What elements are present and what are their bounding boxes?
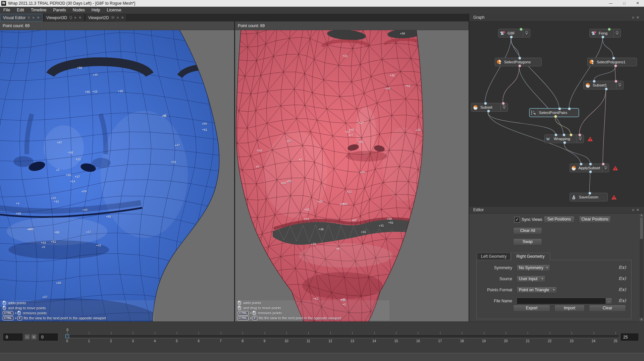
menu-item-help[interactable]: Help xyxy=(88,7,104,13)
menu-item-nodes[interactable]: Nodes xyxy=(69,7,88,13)
graph-close-icon[interactable]: ✕ xyxy=(636,15,641,19)
blue-input-port[interactable] xyxy=(593,80,596,83)
current-frame-input[interactable] xyxy=(39,334,58,341)
tab-close-icon[interactable]: ✕ xyxy=(121,16,124,19)
blue-input-port[interactable] xyxy=(588,192,591,195)
yellow-input-port[interactable] xyxy=(570,133,573,136)
blue-input-port[interactable] xyxy=(558,107,561,110)
editor-scrollbar[interactable]: ▲ ▼ xyxy=(640,214,643,321)
graph-node-savegeom[interactable]: SaveGeom xyxy=(570,193,608,201)
points-format-dropdown[interactable]: Point on Triangle▾ xyxy=(517,287,557,293)
graph-menu-icon[interactable]: ≡ xyxy=(632,15,636,19)
tab-left-geometry[interactable]: Left Geometry xyxy=(477,253,511,260)
green-input-port[interactable] xyxy=(520,28,523,31)
dropdown-value: User Input xyxy=(519,276,537,282)
tick-label: 16 xyxy=(414,339,422,343)
source-dropdown[interactable]: User Input▾ xyxy=(517,276,545,282)
green-input-port[interactable] xyxy=(608,28,611,31)
export-button[interactable]: Export xyxy=(513,305,550,312)
left-viewport-canvas[interactable] xyxy=(0,30,234,321)
scroll-up-icon[interactable]: ▲ xyxy=(640,214,643,217)
playhead-handle[interactable] xyxy=(65,335,69,338)
range-end-input[interactable] xyxy=(621,334,638,341)
set-positions-button[interactable]: Set Positions xyxy=(544,216,575,223)
tab-right-geometry[interactable]: Right Geometry xyxy=(511,253,550,260)
graph-node-selectpolygons[interactable]: SelectPolygons xyxy=(495,58,542,66)
editor-close-icon[interactable]: ✕ xyxy=(636,208,641,212)
frame-decrement-button[interactable]: − xyxy=(24,334,30,340)
blue-input-port[interactable] xyxy=(484,102,487,105)
swap-button[interactable]: Swap xyxy=(513,238,542,245)
blue-output-port[interactable] xyxy=(487,110,490,113)
pink-input-port[interactable] xyxy=(502,102,505,105)
tab-menu-icon[interactable]: ≡ xyxy=(74,16,76,19)
tab-menu-icon[interactable]: ≡ xyxy=(117,16,119,19)
scrollbar-thumb[interactable] xyxy=(640,218,643,239)
tab-menu-icon[interactable]: ≡ xyxy=(33,16,35,19)
pink-output-port[interactable] xyxy=(614,64,617,67)
maximize-button[interactable]: □ xyxy=(618,0,631,7)
dropdown-value: No Symmetry xyxy=(519,265,543,271)
clear-all-button[interactable]: Clear All xyxy=(513,227,542,234)
menu-item-panels[interactable]: Panels xyxy=(50,7,69,13)
tab-viewport2d[interactable]: Viewport2DW≡✕ xyxy=(85,14,127,21)
graph-node-selectpolygons1[interactable]: SelectPolygons1 xyxy=(587,58,637,66)
clear-button[interactable]: Clear xyxy=(589,305,626,312)
right-viewport-canvas[interactable] xyxy=(235,30,469,321)
node-label: Wrapping xyxy=(553,137,577,141)
close-button[interactable]: ✕ xyxy=(631,0,644,7)
tab-viewport3d[interactable]: Viewport3DQ≡✕ xyxy=(43,14,85,21)
graph-node-selectpointpairs[interactable]: SelectPointPairs xyxy=(529,108,579,117)
blue-input-port[interactable] xyxy=(612,57,615,60)
tab-visual-editor[interactable]: Visual EditorE≡✕ xyxy=(0,14,43,21)
browse-button[interactable]: ... xyxy=(605,298,612,304)
lightbulb-icon[interactable] xyxy=(523,29,530,37)
tick-label: 15 xyxy=(392,339,400,343)
range-start-input[interactable] xyxy=(3,334,22,341)
timeline-ruler[interactable] xyxy=(66,335,619,338)
lightbulb-icon[interactable] xyxy=(616,81,623,89)
pink-input-port[interactable] xyxy=(578,133,581,136)
tick-label: 7 xyxy=(217,339,224,343)
graph-canvas[interactable]: G8FFengSelectPolygonsSelectPolygons1Subs… xyxy=(469,21,644,207)
graph-node-wrapping[interactable]: WWrapping xyxy=(544,134,584,143)
expression-button[interactable]: f(x) xyxy=(619,287,626,292)
menu-item-license[interactable]: License xyxy=(104,7,125,13)
tick-label: 9 xyxy=(261,339,268,343)
menu-item-file[interactable]: File xyxy=(0,7,13,13)
expression-button[interactable]: f(x) xyxy=(619,265,626,270)
graph-node-subset1[interactable]: Subset1 xyxy=(583,81,624,89)
graph-node-applysubset[interactable]: ApplySubset xyxy=(570,164,609,172)
blue-input-port[interactable] xyxy=(568,107,571,110)
graph-node-g8f[interactable]: G8F xyxy=(498,29,530,38)
menu-item-timeline[interactable]: Timeline xyxy=(28,7,50,13)
blue-input-port[interactable] xyxy=(554,133,557,136)
scroll-down-icon[interactable]: ▼ xyxy=(640,318,643,321)
import-button[interactable]: Import xyxy=(554,305,585,312)
lightbulb-icon[interactable] xyxy=(613,29,621,37)
expression-button[interactable]: f(x) xyxy=(619,298,626,303)
node-label: Feng xyxy=(598,31,613,35)
tab-close-icon[interactable]: ✕ xyxy=(37,16,40,19)
menu-item-edit[interactable]: Edit xyxy=(13,7,28,13)
sync-views-checkbox[interactable]: ✓ xyxy=(514,217,520,223)
tab-close-icon[interactable]: ✕ xyxy=(79,16,82,19)
blue-input-port[interactable] xyxy=(580,163,583,166)
expression-button[interactable]: f(x) xyxy=(619,276,626,281)
blue-input-port[interactable] xyxy=(589,163,592,166)
blue-input-port[interactable] xyxy=(518,57,521,60)
editor-menu-icon[interactable]: ≡ xyxy=(632,208,636,212)
clear-positions-button[interactable]: Clear Positions xyxy=(579,216,611,223)
file-name-input[interactable] xyxy=(517,298,606,304)
pink-output-port[interactable] xyxy=(518,64,521,67)
minimize-button[interactable]: — xyxy=(604,0,617,7)
viewport-divider[interactable] xyxy=(234,21,235,321)
pink-input-port[interactable] xyxy=(614,80,618,83)
frame-increment-button[interactable]: + xyxy=(31,334,37,340)
graph-node-feng[interactable]: Feng xyxy=(589,29,621,38)
blue-input-port[interactable] xyxy=(562,133,566,136)
symmetry-dropdown[interactable]: No Symmetry▾ xyxy=(517,264,550,271)
yellow-output-port[interactable] xyxy=(554,115,557,118)
blue-output-port[interactable] xyxy=(563,141,566,144)
graph-node-subset[interactable]: Subset xyxy=(471,103,508,112)
